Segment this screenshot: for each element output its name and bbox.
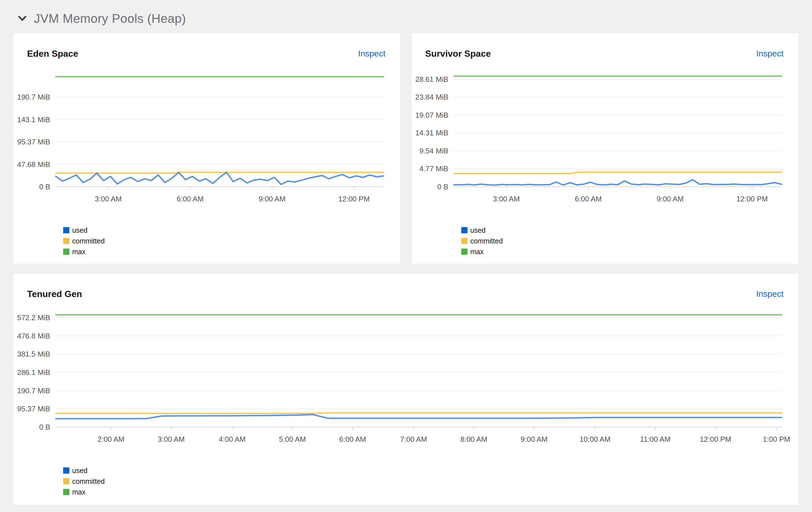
panel-row-top: Eden Space Inspect 0 B47.68 MiB95.37 MiB… [13, 33, 799, 264]
y-tick-label: 286.1 MiB [17, 368, 50, 377]
legend-item-committed: committed [63, 236, 400, 246]
x-tick-label: 9:00 AM [521, 435, 548, 444]
legend-item-committed: committed [63, 477, 799, 486]
legend-swatch-committed [63, 238, 69, 244]
x-tick-label: 10:00 AM [580, 435, 611, 444]
legend-swatch-max [63, 489, 69, 495]
tenured-gen-chart: 0 B95.37 MiB190.7 MiB286.1 MiB381.5 MiB4… [13, 302, 799, 459]
legend-label-committed: committed [72, 477, 105, 485]
panel-title: Tenured Gen [27, 289, 82, 299]
legend-swatch-committed [63, 478, 69, 484]
series-line-used [454, 180, 782, 185]
legend-swatch-used [63, 467, 69, 474]
y-tick-label: 190.7 MiB [17, 93, 50, 101]
x-tick-label: 7:00 AM [400, 435, 427, 444]
x-tick-label: 9:00 AM [657, 195, 684, 203]
legend-label-max: max [470, 248, 484, 256]
legend-label-used: used [470, 226, 486, 234]
legend-label-max: max [72, 488, 85, 496]
legend-label-max: max [72, 248, 85, 256]
panel-title: Survivor Space [425, 49, 491, 59]
panel-head: Tenured Gen Inspect [13, 274, 799, 300]
x-tick-label: 11:00 AM [640, 435, 670, 444]
x-tick-label: 2:00 AM [97, 435, 124, 444]
y-tick-label: 381.5 MiB [17, 350, 50, 358]
legend-item-used: used [63, 225, 400, 235]
x-tick-label: 4:00 AM [219, 435, 245, 444]
series-line-used [56, 172, 383, 184]
x-tick-label: 1:00 PM [763, 435, 790, 444]
legend-swatch-used [63, 227, 69, 233]
legend-swatch-max [461, 249, 467, 255]
panel-tenured-gen: Tenured Gen Inspect 0 B95.37 MiB190.7 Mi… [13, 274, 799, 505]
legend-swatch-committed [461, 238, 467, 244]
x-tick-label: 3:00 AM [95, 195, 121, 203]
panel-eden-space: Eden Space Inspect 0 B47.68 MiB95.37 MiB… [13, 33, 400, 264]
legend-label-committed: committed [72, 237, 105, 245]
y-tick-label: 0 B [39, 423, 50, 431]
y-tick-label: 23.84 MiB [415, 93, 448, 101]
y-tick-label: 95.37 MiB [17, 138, 50, 146]
series-line-committed [56, 413, 782, 414]
x-tick-label: 8:00 AM [460, 435, 487, 444]
panel-title: Eden Space [27, 49, 78, 59]
legend-label-used: used [72, 226, 87, 234]
legend-swatch-used [461, 227, 467, 233]
inspect-link[interactable]: Inspect [756, 289, 784, 299]
chart-legend: usedcommittedmax [461, 225, 799, 256]
legend-item-used: used [461, 225, 799, 235]
y-tick-label: 0 B [437, 182, 448, 191]
legend-item-max: max [63, 247, 400, 256]
x-tick-label: 6:00 AM [575, 195, 602, 203]
section-header: JVM Memory Pools (Heap) [13, 0, 799, 33]
legend-swatch-max [63, 249, 69, 255]
series-line-committed [454, 172, 782, 174]
inspect-link[interactable]: Inspect [756, 49, 784, 58]
y-tick-label: 19.07 MiB [415, 111, 448, 119]
x-tick-label: 6:00 AM [177, 195, 204, 203]
legend-item-used: used [63, 466, 799, 475]
x-tick-label: 12:00 PM [736, 195, 768, 203]
chevron-down-icon [18, 13, 27, 24]
y-tick-label: 14.31 MiB [415, 129, 448, 137]
y-tick-label: 95.37 MiB [17, 404, 50, 413]
x-tick-label: 3:00 AM [158, 435, 185, 444]
y-tick-label: 190.7 MiB [17, 387, 50, 395]
section-title: JVM Memory Pools (Heap) [34, 11, 186, 26]
x-tick-label: 12:00 PM [338, 195, 370, 203]
panel-survivor-space: Survivor Space Inspect 0 B4.77 MiB9.54 M… [412, 33, 799, 264]
x-tick-label: 5:00 AM [279, 435, 306, 444]
y-tick-label: 0 B [39, 182, 50, 191]
series-line-used [56, 415, 782, 419]
y-tick-label: 9.54 MiB [419, 147, 448, 155]
panel-head: Survivor Space Inspect [412, 33, 799, 60]
legend-label-committed: committed [470, 237, 503, 245]
y-tick-label: 28.61 MiB [415, 75, 448, 84]
series-line-committed [56, 172, 383, 173]
y-tick-label: 476.8 MiB [17, 332, 50, 340]
panel-head: Eden Space Inspect [13, 33, 400, 60]
x-tick-label: 9:00 AM [259, 195, 285, 203]
survivor-space-chart: 0 B4.77 MiB9.54 MiB14.31 MiB19.07 MiB23.… [412, 61, 799, 219]
y-tick-label: 143.1 MiB [17, 115, 50, 124]
legend-label-used: used [72, 466, 87, 475]
y-tick-label: 572.2 MiB [17, 313, 50, 322]
x-tick-label: 12:00 PM [700, 435, 731, 444]
legend-item-max: max [461, 247, 799, 256]
inspect-link[interactable]: Inspect [358, 49, 385, 58]
section-collapse-toggle[interactable] [18, 13, 27, 24]
legend-item-committed: committed [461, 236, 799, 246]
x-tick-label: 3:00 AM [493, 195, 520, 203]
eden-space-chart: 0 B47.68 MiB95.37 MiB143.1 MiB190.7 MiB3… [13, 61, 400, 219]
chart-legend: usedcommittedmax [63, 225, 400, 256]
y-tick-label: 47.68 MiB [17, 160, 50, 169]
legend-item-max: max [63, 487, 799, 497]
x-tick-label: 6:00 AM [339, 435, 366, 444]
chart-legend: usedcommittedmax [63, 466, 799, 497]
y-tick-label: 4.77 MiB [419, 165, 448, 173]
